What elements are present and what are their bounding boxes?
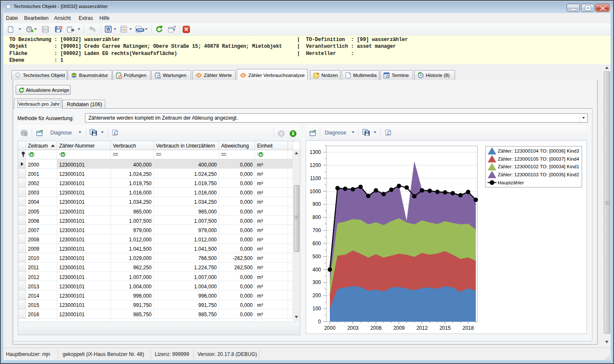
svg-text:C: C xyxy=(263,153,265,156)
svg-text:2003: 2003 xyxy=(347,325,359,331)
svg-text:800: 800 xyxy=(312,214,321,220)
svg-text:1300: 1300 xyxy=(310,149,321,155)
svg-text:1000: 1000 xyxy=(310,189,321,194)
svg-text:R: R xyxy=(59,153,61,156)
svg-text:100: 100 xyxy=(312,306,321,312)
svg-text:1100: 1100 xyxy=(310,175,321,181)
svg-text:B: B xyxy=(30,153,33,157)
svg-text:C: C xyxy=(65,153,67,156)
svg-text:2015: 2015 xyxy=(439,325,451,331)
svg-text:R: R xyxy=(257,153,259,156)
svg-text:700: 700 xyxy=(312,227,321,233)
svg-text:G: G xyxy=(349,72,351,74)
svg-text:Zähler: 123000105 TO: [00037]: Zähler: 123000105 TO: [00037] Kind4 xyxy=(498,156,579,161)
svg-text:900: 900 xyxy=(312,201,321,207)
svg-text:W: W xyxy=(106,27,110,31)
svg-text:C: C xyxy=(34,153,36,156)
svg-text:Hauptzähler: Hauptzähler xyxy=(498,180,524,185)
svg-text:200: 200 xyxy=(312,293,321,298)
svg-text:0: 0 xyxy=(318,319,321,325)
svg-text:DMS: DMS xyxy=(137,28,143,31)
svg-text:2009: 2009 xyxy=(393,325,405,331)
svg-text:Zähler: 123000104 TO: [00036]: Zähler: 123000104 TO: [00036] Kind3 xyxy=(498,148,579,153)
svg-text:2012: 2012 xyxy=(417,325,428,331)
svg-text:400: 400 xyxy=(312,267,321,273)
svg-text:300: 300 xyxy=(312,279,321,285)
svg-text:2000: 2000 xyxy=(324,325,336,331)
svg-text:Zähler: 123000103 TO: [00035]: Zähler: 123000103 TO: [00035] Kind2 xyxy=(498,172,579,177)
svg-text:R: R xyxy=(28,153,30,156)
svg-text:2018: 2018 xyxy=(463,325,474,331)
svg-text:2006: 2006 xyxy=(370,325,382,331)
svg-text:500: 500 xyxy=(312,254,321,260)
svg-text:600: 600 xyxy=(312,241,321,246)
svg-text:B: B xyxy=(62,153,64,157)
svg-text:1200: 1200 xyxy=(310,162,321,168)
svg-text:Zähler: 123000102 TO: [00034]: Zähler: 123000102 TO: [00034] Kind1 xyxy=(498,164,579,169)
svg-text:B: B xyxy=(260,153,262,157)
